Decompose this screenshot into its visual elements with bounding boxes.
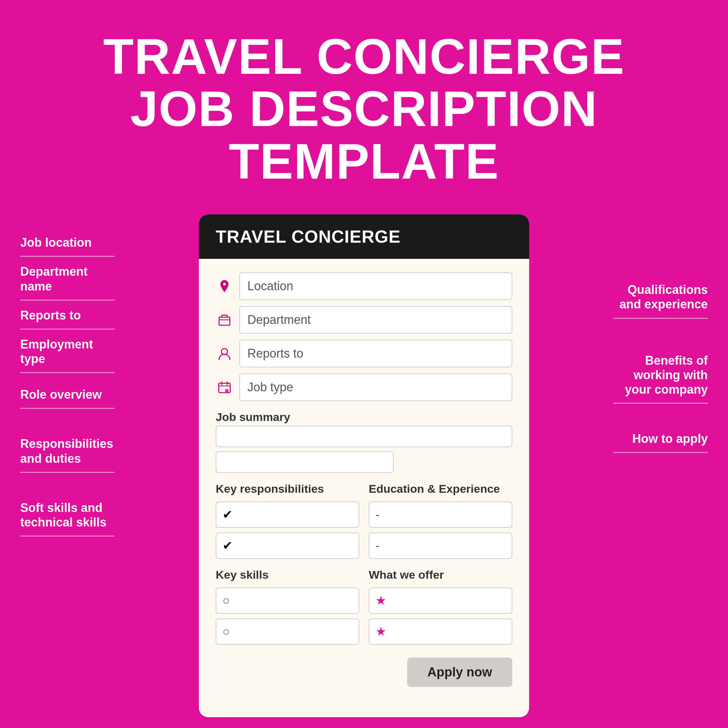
sidebar-item-role-overview: Role overview <box>20 380 115 409</box>
form-card-header: TRAVEL CONCIERGE <box>199 214 529 259</box>
offer-row-2: ★ <box>369 618 512 645</box>
offer-row-1: ★ <box>369 587 512 614</box>
header: TRAVEL CONCIERGE JOB DESCRIPTION TEMPLAT… <box>0 0 728 208</box>
svg-rect-3 <box>219 383 230 393</box>
circle-icon-1: ○ <box>222 593 230 608</box>
reports-to-icon <box>216 345 233 362</box>
sidebar-item-qualifications: Qualifications and experience <box>613 275 708 318</box>
form-card-title: TRAVEL CONCIERGE <box>216 226 512 247</box>
apply-button[interactable]: Apply now <box>407 658 512 687</box>
department-row: Department <box>216 306 512 334</box>
two-col-section-2: Key skills ○ ○ What we offer <box>216 568 512 645</box>
page-title: TRAVEL CONCIERGE JOB DESCRIPTION TEMPLAT… <box>20 30 708 187</box>
footer: TestGorilla <box>0 717 728 728</box>
department-field[interactable]: Department <box>239 306 512 334</box>
key-skills-col: Key skills ○ ○ <box>216 568 359 645</box>
education-experience-col: Education & Experience - - <box>369 482 512 559</box>
svg-point-2 <box>222 349 228 355</box>
sidebar-item-reports-to: Reports to <box>20 301 115 330</box>
job-summary-label: Job summary <box>216 410 512 424</box>
job-type-field[interactable]: Job type <box>239 373 512 401</box>
job-summary-section: Job summary <box>216 407 512 473</box>
sidebar-left: Job location Department name Reports to … <box>20 228 115 537</box>
star-icon-1: ★ <box>375 593 386 608</box>
reports-to-field[interactable]: Reports to <box>239 340 512 367</box>
responsibility-row-2: ✔ <box>216 532 359 559</box>
sidebar-item-responsibilities: Responsibilities and duties <box>20 429 115 473</box>
what-we-offer-header: What we offer <box>369 568 512 581</box>
circle-icon-2: ○ <box>222 624 230 639</box>
reports-to-row: Reports to <box>216 340 512 367</box>
check-icon-1: ✔ <box>222 508 232 522</box>
education-row-2: - <box>369 532 512 559</box>
job-type-row: Job type <box>216 373 512 401</box>
sidebar-item-employment-type: Employment type <box>20 330 115 373</box>
page-wrapper: TRAVEL CONCIERGE JOB DESCRIPTION TEMPLAT… <box>0 0 728 728</box>
job-summary-field-1[interactable] <box>216 426 512 447</box>
what-we-offer-col: What we offer ★ ★ <box>369 568 512 645</box>
sidebar-item-benefits: Benefits of working with your company <box>613 346 708 404</box>
star-icon-2: ★ <box>375 624 386 639</box>
responsibility-row-1: ✔ <box>216 502 359 528</box>
skill-row-1: ○ <box>216 587 359 614</box>
department-icon <box>216 311 233 329</box>
skill-row-2: ○ <box>216 618 359 645</box>
sidebar-item-job-location: Job location <box>20 228 115 257</box>
main-area: Job location Department name Reports to … <box>0 208 728 717</box>
sidebar-item-how-to-apply: How to apply <box>613 424 708 453</box>
form-card: TRAVEL CONCIERGE Location <box>199 214 529 717</box>
check-icon-2: ✔ <box>222 538 232 553</box>
key-skills-header: Key skills <box>216 568 359 581</box>
sidebar-item-department-name: Department name <box>20 257 115 300</box>
job-type-icon <box>216 378 233 396</box>
education-experience-header: Education & Experience <box>369 482 512 496</box>
location-row: Location <box>216 272 512 300</box>
form-body: Location Department <box>199 259 529 700</box>
key-responsibilities-header: Key responsibilities <box>216 482 359 496</box>
key-responsibilities-col: Key responsibilities ✔ ✔ <box>216 482 359 559</box>
sidebar-item-skills: Soft skills and technical skills <box>20 493 115 537</box>
sidebar-right: Qualifications and experience Benefits o… <box>613 275 708 453</box>
svg-point-9 <box>226 391 227 392</box>
two-col-section-1: Key responsibilities ✔ ✔ Education & Exp… <box>216 482 512 559</box>
job-summary-field-2[interactable] <box>216 451 394 473</box>
location-field[interactable]: Location <box>239 272 512 300</box>
dash-icon-2: - <box>375 538 379 553</box>
education-row-1: - <box>369 502 512 528</box>
location-icon <box>216 277 233 295</box>
apply-row: Apply now <box>216 658 512 687</box>
dash-icon-1: - <box>375 508 379 522</box>
svg-rect-0 <box>219 317 230 325</box>
